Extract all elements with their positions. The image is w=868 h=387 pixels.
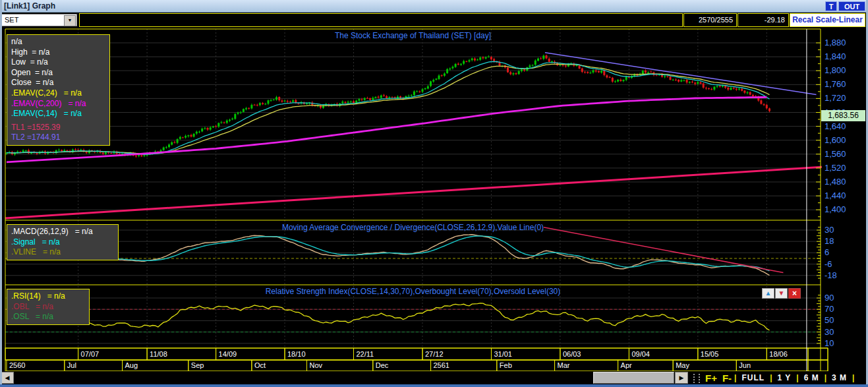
panel-close-icon[interactable]: ×: [788, 288, 801, 299]
date-tick-label: 31/01: [494, 350, 512, 358]
macd-legend[interactable]: .MACD(26,12,9) = n/a.Signal = n/a.VLINE …: [7, 224, 119, 260]
candle-body: [736, 89, 738, 90]
candle-body: [250, 105, 252, 108]
legend-row: n/a: [11, 37, 105, 47]
range-button-1y[interactable]: 1 Y: [777, 373, 791, 382]
candle-body: [672, 80, 674, 80]
candle-body: [460, 64, 462, 65]
titlebar-out-button[interactable]: OUT: [838, 1, 865, 11]
range-toolbar: F+F-|FULL|1 Y|6 M|3 M|: [689, 371, 854, 384]
legend-row: Close = n/a: [11, 78, 105, 88]
candle-body: [163, 148, 165, 150]
font-smaller-button[interactable]: F-: [722, 372, 732, 384]
month-label: May: [676, 361, 689, 369]
price-axis-label: 1,440: [825, 191, 846, 200]
rsi-legend[interactable]: .RSI(14) = n/a.OBL = n/a.OSL = n/a: [7, 289, 90, 325]
candle-body: [625, 77, 627, 80]
candle-body: [523, 69, 525, 71]
price-axis-label: 1,520: [825, 163, 846, 173]
rsi-panel-buttons: ▲ ▼ ×: [762, 288, 801, 299]
candle-body: [609, 77, 611, 78]
toolbar-empty-cell: [79, 13, 683, 27]
candle-body: [587, 72, 589, 73]
font-larger-button[interactable]: F+: [705, 372, 717, 384]
candle-body: [196, 132, 198, 134]
scrollbar-thumb[interactable]: [593, 372, 674, 384]
date-tick-label: 09/04: [631, 350, 650, 358]
candle-body: [411, 95, 413, 96]
range-button-3m[interactable]: 3 M: [832, 373, 847, 382]
application-window: [Link1] Graph T OUT SET ▼ 2570/2555 -29.…: [0, 0, 868, 387]
main-chart-legend[interactable]: n/aHigh = n/aLow = n/aOpen = n/aClose = …: [7, 34, 110, 146]
candle-body: [710, 89, 712, 90]
month-label: Jul: [67, 361, 76, 369]
chart-canvas[interactable]: 1,8801,8401,8001,7601,7201,6801,6401,600…: [0, 28, 868, 371]
candle-body: [708, 88, 710, 89]
candle-body: [465, 61, 467, 62]
date-tick-label: 07/07: [81, 350, 100, 358]
candle-body: [372, 98, 374, 100]
candle-body: [226, 121, 228, 123]
panel-move-up-icon[interactable]: ▲: [762, 288, 774, 299]
candle-body: [579, 65, 581, 69]
chevron-down-icon[interactable]: ▼: [64, 15, 76, 26]
candle-body: [650, 72, 652, 73]
price-axis-label: 1,480: [825, 177, 846, 187]
separator: |: [770, 373, 772, 382]
candle-body: [603, 71, 605, 75]
price-axis-label: 1,760: [825, 79, 846, 89]
titlebar-t-button[interactable]: T: [825, 1, 837, 11]
candle-body: [408, 96, 410, 96]
candle-body: [730, 88, 732, 90]
candle-body: [193, 134, 195, 136]
candle-body: [738, 88, 740, 89]
candle-body: [177, 139, 179, 143]
candle-body: [548, 59, 550, 62]
chart-svg: 1,8801,8401,8001,7601,7201,6801,6401,600…: [0, 28, 868, 371]
last-price-badge: 1,683.56: [821, 110, 865, 121]
candle-body: [694, 82, 696, 84]
candle-body: [275, 97, 277, 100]
candle-body: [432, 80, 434, 81]
window-titlebar[interactable]: [Link1] Graph T OUT: [0, 0, 868, 13]
panel-move-down-icon[interactable]: ▼: [775, 288, 788, 299]
candle-body: [424, 88, 426, 89]
candle-body: [102, 153, 104, 154]
scroll-right-arrow-icon[interactable]: ▶: [675, 372, 688, 384]
range-button-6m[interactable]: 6 M: [804, 373, 819, 382]
candle-body: [562, 65, 564, 65]
candle-body: [378, 97, 380, 98]
recal-scale-button[interactable]: Recal Scale-Linear: [790, 13, 865, 27]
candle-body: [551, 61, 553, 62]
candle-body: [722, 86, 724, 87]
candle-body: [210, 127, 212, 129]
candle-body: [341, 102, 343, 103]
candle-body: [686, 80, 688, 82]
candle-body: [741, 89, 743, 91]
candle-body: [234, 114, 236, 119]
symbol-select[interactable]: SET ▼: [1, 14, 77, 26]
candle-body: [366, 98, 368, 99]
candle-body: [347, 102, 349, 103]
month-label: Oct: [254, 361, 266, 369]
candle-body: [532, 65, 534, 66]
candle-body: [537, 59, 539, 61]
candle-body: [760, 100, 762, 104]
candle-body: [430, 81, 432, 86]
legend-row: TL1 =1525.39: [11, 123, 105, 133]
date-tick-label: 14/09: [219, 350, 237, 358]
candle-body: [469, 60, 471, 61]
scroll-left-arrow-icon[interactable]: ◀: [1, 372, 14, 384]
candle-body: [383, 95, 385, 96]
price-axis-label: 1,400: [825, 204, 846, 214]
macd-axis-label: 30: [825, 225, 834, 235]
candle-body: [479, 57, 481, 59]
date-tick-label: 18/10: [287, 350, 306, 358]
candle-body: [306, 104, 308, 104]
candle-body: [606, 75, 608, 77]
candle-body: [215, 127, 217, 127]
candle-body: [386, 96, 388, 98]
candle-body: [223, 123, 225, 123]
range-button-full[interactable]: FULL: [741, 373, 765, 382]
candle-body: [743, 90, 745, 92]
